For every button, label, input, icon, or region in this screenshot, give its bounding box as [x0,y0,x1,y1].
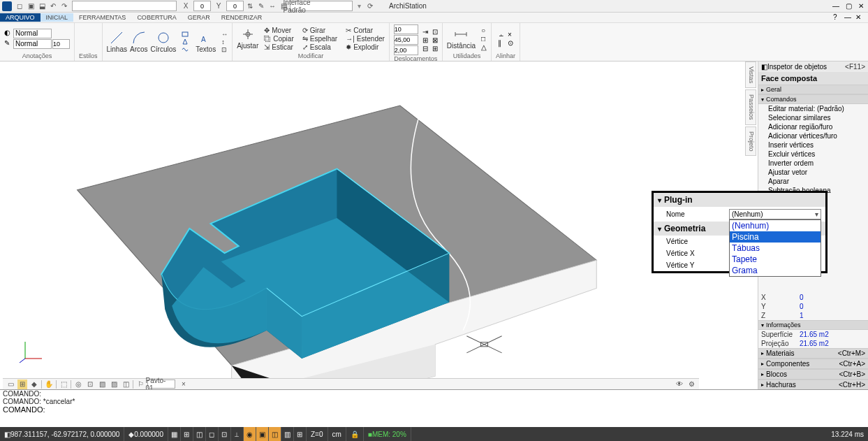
sect-materiais[interactable]: Materiais<Ctr+M> [758,348,868,359]
refresh-icon[interactable]: ⟳ [365,1,375,11]
sb-9[interactable]: ◫ [269,427,281,441]
sb-4[interactable]: ◻ [206,427,219,441]
tool-spline[interactable] [182,46,189,53]
sect-blocos[interactable]: Blocos<Ctr+B> [758,369,868,379]
tool-poly[interactable] [182,38,189,45]
sb-3[interactable]: ◫ [193,427,206,441]
tool-rect[interactable] [182,31,189,38]
status-lock[interactable]: 🔒 [346,427,364,441]
dd-tabuas[interactable]: Tábuas [730,243,821,254]
vtb-2[interactable]: ⊡ [85,379,95,389]
sb-7[interactable]: ◉ [244,427,256,441]
util-3[interactable]: △ [481,43,487,51]
cmd-adicionar-vertices[interactable]: Adicionar vértices/furo [758,131,868,140]
vtb-eye[interactable]: 👁 [675,379,684,389]
vtb-persp[interactable]: ◆ [29,379,39,389]
qat-x-input[interactable] [193,1,211,11]
sect-comandos[interactable]: Comandos [758,94,868,104]
tool-circulos[interactable]: Círculos [151,31,177,53]
vtb-quad[interactable]: ⊞ [17,379,27,389]
tool-ajustar[interactable]: Ajustar [237,27,258,50]
undo-icon[interactable]: ↶ [48,1,58,11]
tool-copiar[interactable]: ⿻Copiar [264,35,293,43]
redo-icon[interactable]: ↷ [59,1,69,11]
sect-hachuras[interactable]: Hachuras<Ctr+H> [758,379,868,390]
tool-linhas[interactable]: Linhas [107,31,127,53]
sb-1[interactable]: ▦ [168,427,181,441]
tool-escala[interactable]: ⤢Escala [302,43,337,51]
tool-dim3[interactable]: ⊡ [221,46,228,53]
align-1[interactable]: ⫠ [498,31,505,38]
up-down-icon[interactable]: ⇅ [245,1,255,11]
vtb-single[interactable]: ▭ [6,379,15,389]
off-icon-4[interactable]: ⊡ [432,28,438,36]
tab-ferramentas[interactable]: FERRAMENTAS [73,13,131,22]
off-3[interactable] [394,45,418,55]
vtb-3[interactable]: ▧ [97,379,107,389]
tab-renderizar[interactable]: RENDERIZAR [216,13,268,22]
cmd-inserir-vertices[interactable]: Inserir vértices [758,140,868,150]
sb-11[interactable]: ⊞ [294,427,307,441]
off-icon-5[interactable]: ⊠ [432,36,438,44]
ann-combo-2[interactable]: Normal [13,39,52,49]
cmd-editar-material[interactable]: Editar material: (Padrão) [758,104,868,113]
vtb-4[interactable]: ▨ [109,379,119,389]
min-ribbon-icon[interactable]: — [844,13,854,22]
off-icon-3[interactable]: ⊟ [422,45,428,52]
off-icon-6[interactable]: ⊞ [432,45,438,52]
ann-combo-1[interactable]: Normal [13,29,52,38]
align-4[interactable]: ⊙ [508,39,513,47]
off-1[interactable] [394,24,418,34]
tab-gerar[interactable]: GERAR [182,13,216,22]
sect-info[interactable]: Informações [758,320,868,330]
cmd-inverter-ordem[interactable]: Inverter ordem [758,159,868,168]
tool-cortar[interactable]: ✂Cortar [346,27,385,34]
vtb-1[interactable]: ◎ [73,379,83,389]
sb-6[interactable]: ⟂ [231,427,244,441]
maximize-icon[interactable]: ▢ [844,1,853,11]
status-unit[interactable]: cm [328,427,346,441]
popup-nome-dropdown[interactable]: (Nenhum) [729,209,821,219]
help-icon[interactable]: ? [833,13,843,22]
minimize-icon[interactable]: — [831,1,841,11]
view-tab-close[interactable]: × [179,379,189,389]
tool-espelhar[interactable]: ⇋Espelhar [302,35,337,43]
off-2[interactable] [394,35,418,45]
brush-icon[interactable]: ✎ [256,1,266,11]
tool-distancia[interactable]: Distância [447,27,476,50]
close-doc-icon[interactable]: ✕ [855,13,865,22]
sb-8[interactable]: ▣ [256,427,269,441]
tool-explodir[interactable]: ✸Explodir [346,43,385,51]
sect-componentes[interactable]: Componentes<Ctr+A> [758,359,868,369]
vtb-5[interactable]: ◫ [121,379,131,389]
tool-dim1[interactable]: ↔ [221,31,228,38]
sb-2[interactable]: ⊞ [181,427,193,441]
cmd-ajustar-vetor[interactable]: Ajustar vetor [758,168,868,177]
qat-y-input[interactable] [226,1,244,11]
cmd-prompt[interactable]: COMANDO: [0,405,868,414]
vtb-cube[interactable]: ⬚ [59,379,68,389]
side-tab-projeto[interactable]: Projeto [745,126,756,157]
tool-arcos[interactable]: Arcos [130,31,148,53]
cmd-selecionar-similares[interactable]: Selecionar similares [758,113,868,122]
viewport-3d[interactable] [0,62,702,403]
tool-girar[interactable]: ⟳Girar [302,27,337,34]
cmd-excluir-vertices[interactable]: Excluir vértices [758,150,868,159]
file-menu[interactable]: ARQUIVO [0,13,41,22]
view-tab[interactable]: Pavto-01 [147,379,175,389]
ruler-icon[interactable]: ↔ [267,1,277,11]
dd-nenhum[interactable]: (Nenhum) [730,220,821,231]
side-tab-vistas[interactable]: Vistas [745,62,756,88]
popup-dropdown-list[interactable]: (Nenhum) Piscina Tábuas Tapete Grama [729,219,821,277]
align-2[interactable]: ∥ [498,39,505,47]
align-3[interactable]: × [508,31,513,38]
tool-textos[interactable]: ATextos [196,31,216,53]
new-icon[interactable]: ◻ [15,1,24,11]
util-1[interactable]: ○ [481,27,487,34]
vtb-pan[interactable]: ✋ [44,379,54,389]
dd-piscina[interactable]: Piscina [730,231,821,243]
dd-grama[interactable]: Grama [730,265,821,276]
vtb-flag[interactable]: ⚐ [135,379,145,389]
command-line[interactable]: COMANDO: COMANDO: *cancelar* COMANDO: [0,389,868,427]
workspace-combo[interactable]: Interface Padrão [290,1,353,11]
